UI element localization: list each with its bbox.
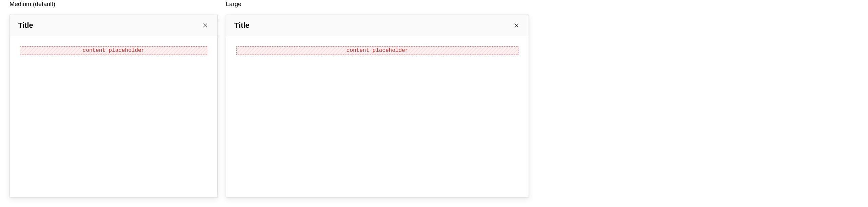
- close-button[interactable]: [512, 21, 520, 29]
- variant-label-large: Large: [226, 1, 529, 8]
- modal-header: Title: [226, 15, 529, 36]
- modal-large: Title content placeholder: [226, 15, 529, 198]
- content-placeholder: content placeholder: [236, 46, 518, 55]
- close-button[interactable]: [201, 21, 209, 29]
- modal-body: content placeholder: [226, 36, 529, 197]
- medium-variant-column: Medium (default) Title content placehold…: [9, 0, 218, 207]
- close-icon: [513, 22, 519, 28]
- close-icon: [202, 22, 208, 28]
- variant-label-medium: Medium (default): [9, 1, 218, 8]
- modal-medium: Title content placeholder: [9, 15, 218, 198]
- modal-header: Title: [10, 15, 217, 36]
- content-placeholder: content placeholder: [20, 46, 207, 55]
- modal-title: Title: [18, 21, 33, 30]
- modal-title: Title: [234, 21, 250, 30]
- modal-body: content placeholder: [10, 36, 217, 197]
- large-variant-column: Large Title content placeholder: [226, 0, 529, 207]
